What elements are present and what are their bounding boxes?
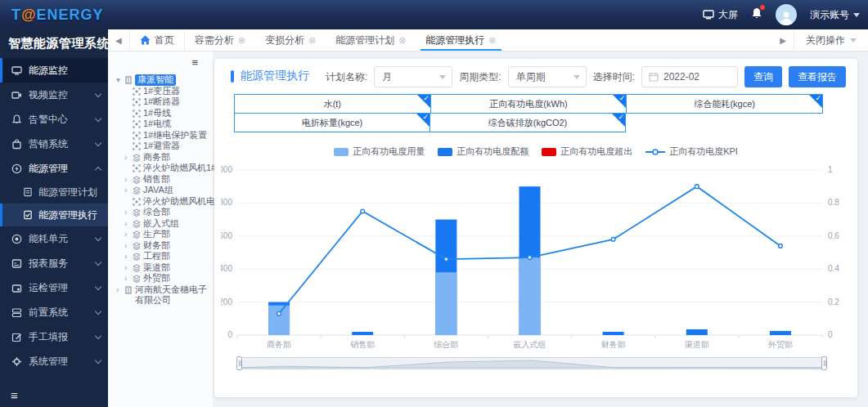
- tree-node-department[interactable]: ›综合部: [115, 207, 211, 218]
- sidebar-item-energy-unit[interactable]: 能耗单元: [0, 226, 108, 251]
- tree-node-company[interactable]: ›河南航天金穗电子有限公司: [115, 284, 211, 306]
- expander-icon[interactable]: ›: [124, 185, 130, 196]
- tree-node-department[interactable]: ›商务部: [115, 152, 211, 163]
- metric-tab-comprehensive-energy[interactable]: 综合能耗(kgce) ✓: [626, 94, 823, 114]
- device-icon: [133, 198, 141, 206]
- sidebar-item-energy-execute[interactable]: 能源管理执行: [0, 204, 108, 226]
- close-icon[interactable]: ⊗: [398, 36, 406, 45]
- legend-label: 正向有功电度KPI: [669, 145, 738, 158]
- tree-menu-icon[interactable]: ≡: [191, 56, 198, 69]
- tree-node-label: 河南航天金穗电子有限公司: [135, 284, 211, 306]
- tab-scroll-right-arrow[interactable]: ▶: [772, 36, 794, 45]
- tree-node-department[interactable]: ›工程部: [115, 251, 211, 262]
- expander-icon[interactable]: ›: [124, 229, 130, 240]
- metric-tab-label: 电折标量(kgce): [302, 117, 363, 129]
- period-type-select[interactable]: 单周期: [508, 66, 587, 87]
- sidebar-collapse-button[interactable]: ≡: [11, 388, 18, 402]
- server-icon: [11, 307, 22, 318]
- chevron-down-icon: [95, 90, 101, 96]
- metric-tab-carbon[interactable]: 综合碳排放(kgCO2) ✓: [430, 113, 626, 132]
- metric-tab-standard-coal[interactable]: 电折标量(kgce) ✓: [234, 113, 430, 132]
- close-icon[interactable]: ⊗: [488, 36, 496, 45]
- account-menu[interactable]: 演示账号: [810, 8, 860, 22]
- sidebar-item-energy-management[interactable]: 能源管理: [0, 156, 108, 181]
- building-icon: [124, 286, 133, 294]
- sidebar-item-system-management[interactable]: 系统管理: [0, 349, 108, 373]
- sidebar-item-energy-plan[interactable]: 能源管理计划: [0, 181, 108, 204]
- datazoom-slider[interactable]: [239, 357, 825, 369]
- chart-legend: 正向有功电度用量 正向有功电度配额 正向有功电度超出 正向有功电度KPI: [214, 145, 857, 158]
- tree-node-department[interactable]: ›渠道部: [115, 262, 211, 274]
- sidebar-item-alarm-center[interactable]: 告警中心: [0, 107, 108, 132]
- avatar[interactable]: [776, 4, 797, 25]
- tab-loss-analysis[interactable]: 变损分析 ⊗: [255, 29, 326, 51]
- tree-node-label: 淬火炉助燃风机1#: [143, 163, 216, 174]
- time-picker-input[interactable]: 2022-02: [641, 66, 738, 87]
- expander-icon[interactable]: ›: [124, 251, 130, 262]
- notifications-button[interactable]: [751, 7, 762, 23]
- expander-icon[interactable]: ›: [124, 262, 130, 274]
- tab-energy-execute[interactable]: 能源管理执行 ⊗: [416, 29, 506, 51]
- tree-node-department[interactable]: ›生产部: [115, 229, 211, 240]
- sidebar-item-marketing-system[interactable]: 营销系统: [0, 132, 108, 156]
- sidebar-item-energy-monitor[interactable]: 能源监控: [0, 58, 108, 83]
- tree-node-device[interactable]: 淬火炉助燃风机1#: [115, 163, 211, 174]
- legend-item-kpi[interactable]: 正向有功电度KPI: [645, 145, 738, 158]
- chevron-down-icon: [850, 38, 857, 42]
- chevron-down-icon: [95, 139, 101, 145]
- query-button[interactable]: 查询: [744, 66, 782, 87]
- tree-node-device[interactable]: 1#避雷器: [115, 141, 211, 152]
- expander-icon[interactable]: ›: [124, 207, 130, 218]
- tree-node-company[interactable]: ▾康派智能: [115, 74, 211, 86]
- expander-icon[interactable]: ›: [116, 284, 122, 296]
- screen-icon: [703, 10, 714, 20]
- sidebar-item-video-monitor[interactable]: 视频监控: [0, 83, 108, 107]
- tree-list: ▾康派智能 1#变压器 1#断路器 1#母线 1#电缆 1#继电保护装置 1#避…: [115, 74, 211, 306]
- tree-node-department[interactable]: ›嵌入式组: [115, 218, 211, 230]
- tab-capacity-analysis[interactable]: 容需分析 ⊗: [185, 29, 255, 51]
- tab-home[interactable]: 首页: [129, 29, 185, 51]
- metric-tab-active-power[interactable]: 正向有功电度(kWh) ✓: [430, 94, 627, 114]
- datazoom-right-handle[interactable]: [821, 356, 827, 370]
- expander-icon[interactable]: ›: [124, 152, 130, 163]
- tab-energy-plan[interactable]: 能源管理计划 ⊗: [326, 29, 416, 51]
- legend-line-marker: [645, 148, 665, 156]
- tree-node-device[interactable]: 1#母线: [115, 108, 211, 119]
- legend-item-usage[interactable]: 正向有功电度用量: [334, 145, 425, 158]
- tab-scroll-left-arrow[interactable]: ◀: [108, 36, 129, 45]
- tree-node-device[interactable]: 淬火炉助燃风机电机: [115, 196, 211, 208]
- tree-node-device[interactable]: 1#继电保护装置: [115, 130, 211, 141]
- tree-node-label: 商务部: [143, 152, 170, 163]
- sidebar-item-manual-entry[interactable]: 手工填报: [0, 324, 108, 349]
- calendar-icon: [649, 72, 659, 82]
- tree-node-device[interactable]: 1#电缆: [115, 119, 211, 130]
- close-icon[interactable]: ⊗: [308, 36, 316, 45]
- sidebar-item-report-service[interactable]: 报表服务: [0, 251, 108, 275]
- tree-node-device[interactable]: 1#断路器: [115, 96, 211, 108]
- close-icon[interactable]: ⊗: [238, 36, 245, 45]
- gear-icon: [11, 356, 22, 367]
- tree-node-department[interactable]: ›财务部: [115, 240, 211, 252]
- legend-item-exceed[interactable]: 正向有功电度超出: [542, 145, 632, 158]
- expander-icon[interactable]: ›: [124, 218, 130, 230]
- expander-icon[interactable]: ▾: [116, 74, 122, 86]
- sidebar-item-inspection[interactable]: 运检管理: [0, 275, 108, 300]
- metric-tab-label: 综合能耗(kgce): [694, 98, 755, 110]
- expander-icon[interactable]: ›: [124, 240, 130, 252]
- legend-item-quota[interactable]: 正向有功电度配额: [438, 145, 528, 158]
- close-operations-dropdown[interactable]: 关闭操作: [794, 29, 868, 51]
- sidebar-item-front-system[interactable]: 前置系统: [0, 300, 108, 324]
- tree-node-department[interactable]: ›外贸部: [115, 273, 211, 284]
- expander-icon[interactable]: ›: [124, 174, 130, 186]
- metric-tab-water[interactable]: 水(t) ✓: [234, 94, 431, 114]
- tree-node-device[interactable]: 1#变压器: [115, 86, 211, 97]
- plan-name-select[interactable]: 月: [374, 66, 452, 87]
- tree-node-department[interactable]: ›JAVA组: [115, 185, 211, 196]
- big-screen-button[interactable]: 大屏: [703, 8, 738, 22]
- expander-icon[interactable]: ›: [124, 273, 130, 284]
- datazoom-left-handle[interactable]: [236, 356, 242, 370]
- tree-node-department[interactable]: ›销售部: [115, 174, 211, 186]
- svg-text:0.4: 0.4: [828, 264, 839, 273]
- tab-label: 变损分析: [265, 34, 304, 47]
- view-report-button[interactable]: 查看报告: [789, 66, 846, 87]
